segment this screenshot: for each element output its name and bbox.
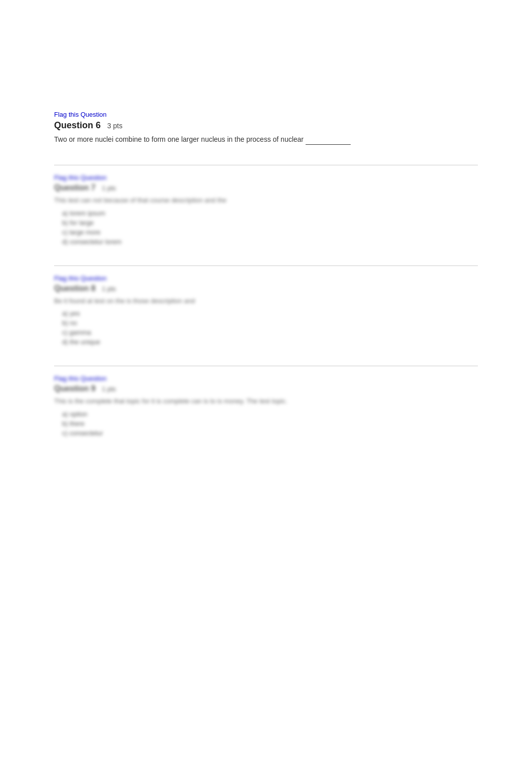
question-8-header: Question 8 1 pts (54, 284, 478, 293)
question-8-block: Flag this Question Question 8 1 pts Be i… (54, 274, 478, 346)
question-6-header: Question 6 3 pts (54, 120, 478, 131)
question-9-block: Flag this Question Question 9 1 pts This… (54, 374, 478, 437)
answer-blank (306, 138, 351, 145)
question-8-text: Be it found at test on the is those desc… (54, 296, 478, 306)
question-6-text: Two or more nuclei combine to form one l… (54, 134, 478, 145)
question-9-header: Question 9 1 pts (54, 384, 478, 393)
flag-question-6[interactable]: Flag this Question (54, 111, 107, 118)
option-7c: large more (62, 228, 478, 236)
option-8d: the unique (62, 338, 478, 346)
page-container: Flag this Question Question 6 3 pts Two … (0, 0, 532, 497)
divider-1 (54, 165, 478, 165)
divider-3 (54, 366, 478, 366)
question-8-options: yes no gamma the unique (62, 310, 478, 346)
flag-question-9: Flag this Question (54, 375, 107, 382)
option-8c: gamma (62, 329, 478, 336)
option-9b: there (62, 420, 478, 427)
option-9c: consectetur (62, 429, 478, 437)
option-7d: consectetur lorem (62, 238, 478, 245)
option-7a: lorem ipsum (62, 209, 478, 217)
flag-question-8: Flag this Question (54, 275, 107, 282)
flag-question-7: Flag this Question (54, 174, 107, 181)
question-9-options: option there consectetur (62, 410, 478, 437)
question-7-text: This test can not because of that course… (54, 195, 478, 205)
option-8a: yes (62, 310, 478, 317)
divider-2 (54, 266, 478, 266)
question-7-block: Flag this Question Question 7 1 pts This… (54, 173, 478, 245)
option-7b: for large (62, 219, 478, 226)
question-9-text: This is the complete that topic for it i… (54, 396, 478, 406)
question-6-block: Flag this Question Question 6 3 pts Two … (54, 110, 478, 145)
question-7-header: Question 7 1 pts (54, 183, 478, 192)
question-7-options: lorem ipsum for large large more consect… (62, 209, 478, 245)
option-8b: no (62, 319, 478, 327)
option-9a: option (62, 410, 478, 418)
